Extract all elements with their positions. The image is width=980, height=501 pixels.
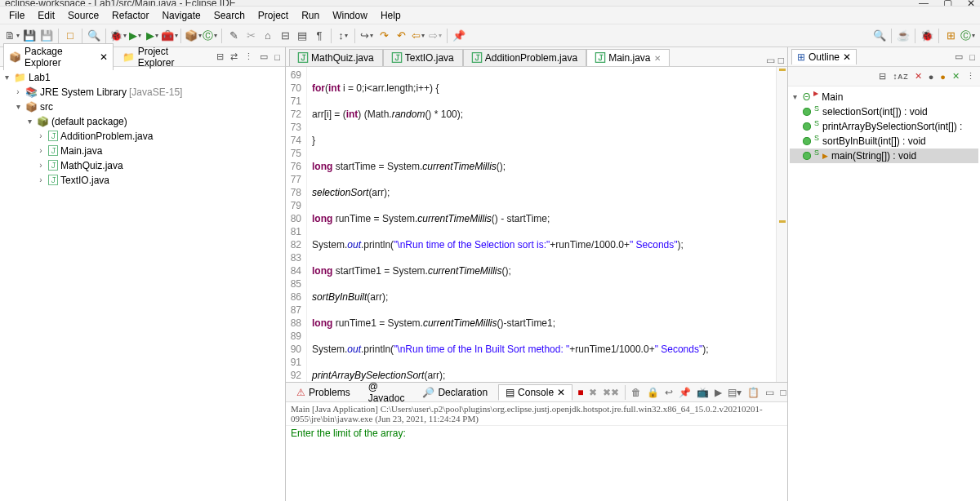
sort-icon[interactable]: ↕	[336, 29, 350, 43]
tree-file[interactable]: ›Main.java	[2, 144, 283, 158]
new-icon[interactable]: 🗎	[5, 29, 20, 43]
close-icon[interactable]: ✕	[100, 51, 108, 63]
scroll-lock-icon[interactable]: 🔒	[645, 387, 661, 398]
menu-run[interactable]: Run	[296, 8, 325, 23]
declaration-tab[interactable]: 🔎Declaration	[415, 384, 495, 401]
new-package-icon[interactable]: 📦	[185, 29, 200, 43]
word-wrap-icon[interactable]: ↩	[663, 387, 675, 398]
sort-icon[interactable]: ↕ᴀᴢ	[891, 71, 910, 82]
console-tab[interactable]: ▤Console✕	[498, 384, 572, 401]
problems-tab[interactable]: ⚠Problems	[289, 384, 358, 401]
mark-occurrences-icon[interactable]: ⊟	[278, 29, 292, 43]
perspective-java-icon[interactable]: ☕	[896, 29, 911, 43]
debug-icon[interactable]: 🐞	[110, 29, 125, 43]
quick-access-icon[interactable]: 🔍	[872, 29, 887, 43]
editor-tab[interactable]: 🄹TextIO.java	[383, 49, 463, 66]
console-view[interactable]: Main [Java Application] C:\Users\user\.p…	[286, 402, 787, 501]
run-icon[interactable]: ▶	[127, 29, 142, 43]
whitespace-icon[interactable]: ¶	[312, 29, 327, 43]
toggle-breadcrumb-icon[interactable]: ⌂	[261, 29, 275, 43]
open-type-icon[interactable]: □	[63, 29, 78, 43]
minimize-view-icon[interactable]: ▭	[258, 51, 270, 62]
view-menu-icon[interactable]: ⋮	[243, 51, 255, 62]
tree-file[interactable]: ›MathQuiz.java	[2, 158, 283, 173]
minimize-editor-icon[interactable]: ▭	[766, 55, 775, 66]
line-gutter: 69 70 71 72 73 74 75 76 77 78 79 80 81 8…	[286, 67, 307, 382]
new-class-icon[interactable]: Ⓒ	[203, 29, 217, 43]
step-into-icon[interactable]: ↶	[394, 29, 408, 43]
save-icon[interactable]: 💾	[22, 29, 37, 43]
remove-launch-icon[interactable]: ✖	[587, 387, 599, 398]
link-editor-icon[interactable]: ⇄	[229, 51, 239, 62]
close-icon[interactable]: ✕	[967, 0, 975, 7]
hide-local-icon[interactable]: ✕	[951, 71, 961, 82]
menu-navigate[interactable]: Navigate	[156, 8, 206, 23]
cut-icon[interactable]: ✂	[243, 29, 258, 43]
package-tree[interactable]: ▾Lab1 ›JRE System Library [JavaSE-15] ▾s…	[0, 67, 285, 501]
outline-method[interactable]: S▶main(String[]) : void	[790, 149, 978, 163]
close-icon[interactable]: ✕	[557, 387, 565, 398]
hide-fields-icon[interactable]: ✕	[913, 71, 924, 82]
maximize-view-icon[interactable]: □	[968, 52, 977, 62]
close-icon[interactable]: ✕	[654, 54, 661, 63]
bottom-panel: ⚠Problems @ Javadoc 🔎Declaration ▤Consol…	[286, 382, 787, 501]
open-console-icon[interactable]: ▶	[713, 387, 724, 398]
minimize-view-icon[interactable]: ▭	[953, 51, 964, 62]
menu-edit[interactable]: Edit	[32, 8, 60, 23]
next-annotation-icon[interactable]: ↪	[359, 29, 374, 43]
pin-console-icon[interactable]: 📌	[677, 387, 693, 398]
minimize-icon[interactable]: —	[919, 0, 929, 7]
focus-icon[interactable]: ⊟	[877, 71, 888, 82]
bottom-tabs: ⚠Problems @ Javadoc 🔎Declaration ▤Consol…	[286, 383, 787, 402]
console-output: Enter the limit of the array:	[286, 426, 787, 501]
clear-console-icon[interactable]: 🗑	[630, 387, 643, 398]
terminate-icon[interactable]: ■	[576, 387, 585, 398]
coverage-icon[interactable]: ▶	[145, 29, 159, 43]
step-over-icon[interactable]: ↷	[376, 29, 391, 43]
outline-view: ⊞Outline✕ ▭ □ ⊟ ↕ᴀᴢ ✕ ● ● ✕ ⋮ ▾Θ▶Main Ss…	[787, 47, 980, 501]
back-icon[interactable]: ⇦	[411, 29, 425, 43]
perspective-resource-icon[interactable]: ⊞	[943, 29, 958, 43]
hide-static-icon[interactable]: ●	[927, 72, 936, 82]
console-launch-info: Main [Java Application] C:\Users\user\.p…	[286, 402, 787, 426]
tree-file[interactable]: ›TextIO.java	[2, 173, 283, 188]
view-menu-icon[interactable]: ⋮	[964, 71, 977, 82]
console-menu-icon[interactable]: 📋	[746, 387, 761, 398]
menu-project[interactable]: Project	[252, 8, 294, 23]
menu-refactor[interactable]: Refactor	[106, 8, 154, 23]
editor-tab[interactable]: 🄹MathQuiz.java	[289, 49, 383, 66]
close-icon[interactable]: ✕	[843, 51, 851, 63]
maximize-icon[interactable]: ▢	[943, 0, 952, 7]
remove-all-icon[interactable]: ✖✖	[601, 387, 621, 398]
maximize-view-icon[interactable]: □	[273, 52, 282, 62]
collapse-all-icon[interactable]: ⊟	[215, 51, 225, 62]
outline-tab[interactable]: ⊞Outline✕	[791, 49, 857, 64]
minimize-bottom-icon[interactable]: ▭	[764, 387, 776, 398]
display-console-icon[interactable]: 📺	[695, 387, 710, 398]
hide-nonpublic-icon[interactable]: ●	[938, 72, 947, 82]
maximize-bottom-icon[interactable]: □	[778, 387, 787, 398]
menu-help[interactable]: Help	[375, 8, 407, 23]
new-console-icon[interactable]: ▤▾	[726, 387, 743, 398]
overview-ruler[interactable]	[776, 67, 787, 382]
tree-file[interactable]: ›AdditionProblem.java	[2, 129, 283, 144]
perspective-switcher-icon[interactable]: Ⓒ	[960, 29, 975, 43]
forward-icon[interactable]: ⇨	[428, 29, 443, 43]
save-all-icon[interactable]: 💾	[39, 29, 54, 43]
menu-window[interactable]: Window	[327, 8, 373, 23]
menu-search[interactable]: Search	[208, 8, 251, 23]
code-editor[interactable]: 69 70 71 72 73 74 75 76 77 78 79 80 81 8…	[286, 67, 787, 382]
maximize-editor-icon[interactable]: □	[778, 55, 784, 66]
title-bar: eclipse-workspace - Lab1/src/Main.java -…	[0, 0, 980, 7]
search-icon[interactable]: 🔍	[87, 29, 101, 43]
block-selection-icon[interactable]: ▤	[295, 29, 310, 43]
editor-tab[interactable]: 🄹AdditionProblem.java	[463, 49, 586, 66]
menu-source[interactable]: Source	[62, 8, 105, 23]
pin-editor-icon[interactable]: 📌	[452, 29, 466, 43]
outline-tree[interactable]: ▾Θ▶Main SselectionSort(int[]) : voidSpri…	[788, 86, 980, 501]
perspective-debug-icon[interactable]: 🐞	[920, 29, 934, 43]
external-tools-icon[interactable]: 🧰	[162, 29, 176, 43]
menu-file[interactable]: File	[3, 8, 30, 23]
editor-tab[interactable]: 🄹Main.java ✕	[586, 49, 669, 66]
wand-icon[interactable]: ✎	[226, 29, 241, 43]
